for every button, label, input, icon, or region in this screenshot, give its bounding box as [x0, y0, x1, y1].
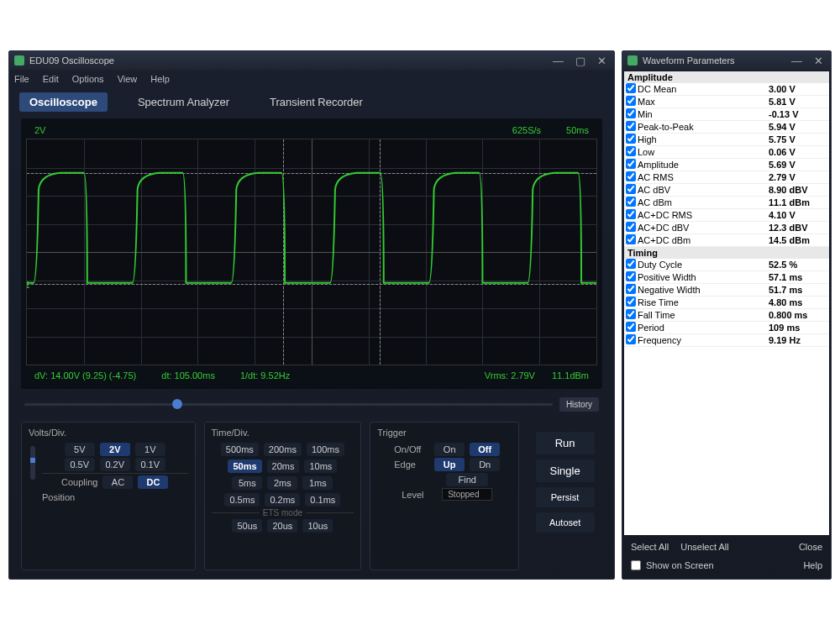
vdiv-0.2v[interactable]: 0.2V: [100, 458, 130, 471]
param-checkbox[interactable]: [626, 322, 636, 332]
param-checkbox[interactable]: [626, 334, 636, 344]
param-list[interactable]: AmplitudeDC Mean3.00 VMax5.81 VMin-0.13 …: [624, 71, 829, 535]
param-name: Negative Width: [638, 285, 769, 295]
tdiv-50ms[interactable]: 50ms: [228, 459, 261, 473]
tdiv-0.5ms[interactable]: 0.5ms: [224, 493, 260, 507]
tab-spectrum[interactable]: Spectrum Analyzer: [128, 92, 239, 112]
vdiv-2v[interactable]: 2V: [100, 443, 130, 456]
close-button[interactable]: Close: [799, 542, 822, 552]
param-checkbox[interactable]: [626, 259, 636, 269]
tdiv-200ms[interactable]: 200ms: [264, 443, 302, 456]
trigger-edge-up[interactable]: Up: [434, 458, 465, 471]
waveform-display[interactable]: 1: [26, 139, 597, 365]
param-checkbox[interactable]: [626, 171, 636, 181]
tdiv-20ms[interactable]: 20ms: [267, 459, 300, 473]
trigger-onoff-label: On/Off: [394, 444, 429, 454]
main-title: EDU09 Oscilloscope: [29, 55, 545, 66]
show-on-screen-checkbox[interactable]: [631, 560, 641, 570]
ets-label: ETS mode: [263, 508, 302, 517]
minimize-icon[interactable]: —: [550, 55, 566, 67]
show-on-screen-label: Show on Screen: [646, 560, 714, 570]
param-checkbox[interactable]: [626, 184, 636, 194]
menu-view[interactable]: View: [118, 74, 138, 84]
volts-panel: Volts/Div. 5V 2V 1V 0.5V 0.2V 0.1V: [21, 422, 196, 570]
param-checkbox[interactable]: [626, 108, 636, 118]
param-checkbox[interactable]: [626, 222, 636, 232]
autoset-button[interactable]: Autoset: [536, 512, 595, 533]
run-button[interactable]: Run: [536, 432, 595, 454]
param-name: AC RMS: [638, 172, 769, 182]
param-checkbox[interactable]: [626, 284, 636, 294]
param-section-header: Amplitude: [624, 71, 829, 83]
param-value: 14.5 dBm: [769, 235, 827, 245]
help-button[interactable]: Help: [803, 560, 822, 570]
param-name: Fall Time: [638, 310, 769, 320]
param-checkbox[interactable]: [626, 146, 636, 156]
vdiv-5v[interactable]: 5V: [65, 443, 95, 456]
param-checkbox[interactable]: [626, 271, 636, 281]
param-row: DC Mean3.00 V: [624, 83, 829, 96]
menu-options[interactable]: Options: [72, 74, 104, 84]
trigger-off[interactable]: Off: [470, 443, 500, 456]
param-value: 0.06 V: [769, 147, 827, 157]
param-value: 5.94 V: [769, 122, 827, 132]
coupling-dc[interactable]: DC: [138, 475, 168, 489]
param-checkbox[interactable]: [626, 159, 636, 169]
tdiv-0.1ms[interactable]: 0.1ms: [305, 493, 340, 507]
vdiv-1v[interactable]: 1V: [135, 443, 165, 456]
param-checkbox[interactable]: [626, 83, 636, 93]
maximize-icon[interactable]: ▢: [573, 55, 588, 67]
vdiv-0.5v[interactable]: 0.5V: [65, 458, 95, 471]
tdiv-1ms[interactable]: 1ms: [302, 476, 333, 490]
param-checkbox[interactable]: [626, 197, 636, 207]
param-checkbox[interactable]: [626, 309, 636, 319]
volts-position-slider[interactable]: [30, 446, 35, 480]
vdiv-0.1v[interactable]: 0.1V: [135, 458, 165, 471]
timeline-slider[interactable]: [24, 403, 553, 406]
param-checkbox[interactable]: [626, 134, 636, 144]
persist-button[interactable]: Persist: [536, 487, 595, 507]
param-checkbox[interactable]: [626, 234, 636, 244]
trigger-find[interactable]: Find: [446, 473, 488, 486]
single-button[interactable]: Single: [536, 459, 595, 482]
param-row: AC dBV8.90 dBV: [624, 184, 829, 197]
param-row: Frequency9.19 Hz: [624, 334, 829, 347]
trigger-panel: Trigger On/Off On Off Edge Up Dn: [370, 422, 519, 570]
param-checkbox[interactable]: [626, 121, 636, 131]
menu-edit[interactable]: Edit: [43, 74, 59, 84]
param-checkbox[interactable]: [626, 297, 636, 307]
param-name: AC+DC RMS: [638, 210, 769, 220]
actions-panel: Run Single Persist Autoset: [528, 422, 602, 570]
ets-10us[interactable]: 10us: [302, 519, 333, 533]
coupling-ac[interactable]: AC: [102, 475, 133, 489]
trigger-edge-dn[interactable]: Dn: [470, 458, 500, 471]
param-name: AC dBm: [638, 197, 769, 207]
tab-transient[interactable]: Transient Recorder: [260, 92, 373, 112]
tdiv-500ms[interactable]: 500ms: [221, 443, 259, 456]
unselect-all-button[interactable]: Unselect All: [680, 542, 728, 552]
param-checkbox[interactable]: [626, 96, 636, 106]
side-minimize-icon[interactable]: —: [789, 55, 805, 67]
tdiv-0.2ms[interactable]: 0.2ms: [265, 493, 300, 507]
trigger-edge-label: Edge: [394, 459, 429, 470]
tdiv-10ms[interactable]: 10ms: [304, 459, 337, 473]
tdiv-2ms[interactable]: 2ms: [267, 476, 297, 490]
select-all-button[interactable]: Select All: [631, 542, 669, 552]
param-row: Rise Time4.80 ms: [624, 297, 829, 309]
param-value: 3.00 V: [769, 84, 827, 94]
history-button[interactable]: History: [559, 397, 599, 412]
tab-oscilloscope[interactable]: Oscilloscope: [19, 92, 108, 112]
tdiv-100ms[interactable]: 100ms: [307, 443, 344, 456]
ets-20us[interactable]: 20us: [267, 519, 297, 533]
menu-file[interactable]: File: [14, 74, 29, 84]
trigger-on[interactable]: On: [434, 443, 465, 456]
param-checkbox[interactable]: [626, 209, 636, 219]
side-close-icon[interactable]: ✕: [811, 55, 826, 67]
param-row: Fall Time0.800 ms: [624, 309, 829, 322]
menu-help[interactable]: Help: [150, 74, 170, 84]
main-titlebar: EDU09 Oscilloscope — ▢ ✕: [9, 51, 614, 70]
close-icon[interactable]: ✕: [595, 55, 609, 67]
tdiv-5ms[interactable]: 5ms: [232, 476, 262, 490]
param-name: Amplitude: [638, 160, 769, 170]
ets-50us[interactable]: 50us: [232, 519, 262, 533]
